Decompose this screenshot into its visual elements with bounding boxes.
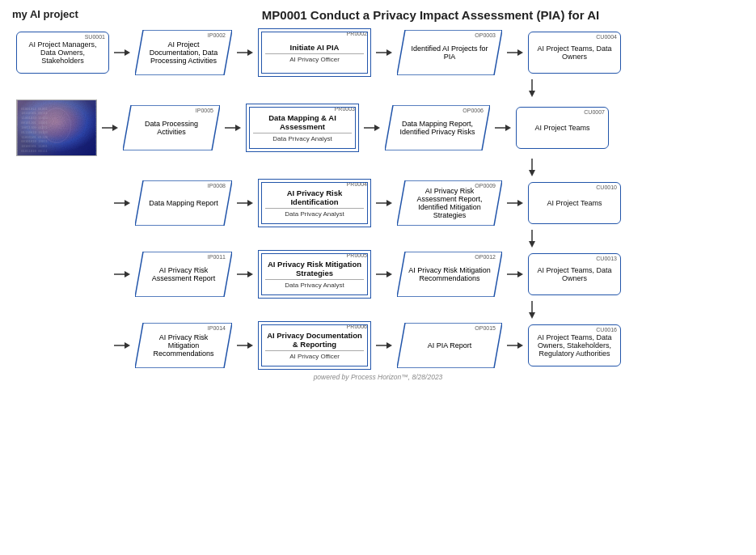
- op-id: OP0015: [475, 325, 496, 331]
- row-wrapper-0: SU0001 AI Project Managers, Data Owners,…: [16, 28, 740, 100]
- arrow-right: [376, 269, 392, 280]
- pr-box: PR0004 AI Privacy Risk Identification Da…: [258, 179, 371, 227]
- ip-box: IP0008 Data Mapping Report: [135, 180, 232, 226]
- svg-marker-11: [529, 91, 535, 97]
- op-box: OP0009 AI Privacy Risk Assessment Report…: [397, 180, 502, 226]
- cu-box: CU0016 AI Project Teams, Data Owners, St…: [528, 324, 621, 366]
- row-wrapper-3: IP0011 AI Privacy Risk Assessment Report…: [16, 250, 740, 321]
- arrow-right: [114, 197, 130, 209]
- svg-marker-28: [235, 125, 241, 131]
- pr-box: PR0003 Data Mapping & AI Assessment Data…: [246, 104, 359, 152]
- cu-box: CU0004 AI Project Teams, Data Owners: [528, 32, 621, 74]
- cu-id: CU0010: [596, 184, 617, 190]
- pr-inner: AI Privacy Risk Mitigation Strategies Da…: [261, 253, 368, 295]
- svg-marker-40: [247, 200, 253, 206]
- pr-label: AI Privacy Documentation & Reporting: [265, 331, 364, 349]
- main-title: MP0001 Conduct a Privacy Impact Assessme…: [117, 8, 744, 22]
- svg-text:10100101 11001: 10100101 11001: [21, 144, 48, 148]
- process-row-2: IP0008 Data Mapping Report PR0004 AI Pri…: [16, 179, 740, 227]
- svg-text:10110101 00111: 10110101 00111: [21, 111, 48, 115]
- su-empty: [16, 324, 109, 366]
- pr-sub: Data Privacy Analyst: [253, 133, 352, 142]
- arrow-right: [225, 122, 241, 133]
- arrow-right: [507, 47, 523, 58]
- arrow-right: [114, 340, 130, 351]
- pr-label: AI Privacy Risk Mitigation Strategies: [265, 260, 364, 278]
- pr-inner: Data Mapping & AI Assessment Data Privac…: [249, 107, 356, 149]
- cu-id: CU0004: [596, 34, 617, 40]
- op-id: OP0009: [475, 183, 496, 189]
- cu-box: CU0010 AI Project Teams: [528, 182, 621, 224]
- svg-marker-42: [386, 200, 392, 206]
- cu-text: AI Project Teams, Data Owners: [533, 266, 616, 282]
- svg-marker-66: [386, 342, 392, 349]
- arrow-down: [16, 299, 740, 321]
- arrow-right: [237, 340, 253, 351]
- ip-box: IP0005 Data Processing Activities: [123, 105, 220, 150]
- svg-marker-45: [517, 200, 523, 206]
- svg-marker-69: [517, 342, 523, 349]
- pr-label: Initiate AI PIA: [290, 43, 340, 52]
- arrow-right: [507, 197, 523, 209]
- arrow-right: [507, 340, 523, 351]
- page: my AI project MP0001 Conduct a Privacy I…: [0, 0, 756, 389]
- ip-id: IP0005: [196, 108, 213, 113]
- arrow-right: [376, 340, 392, 351]
- arrow-right: [114, 269, 130, 280]
- arrow-right: [376, 197, 392, 209]
- pr-box: PR0005 AI Privacy Risk Mitigation Strate…: [258, 250, 371, 299]
- svg-marker-61: [125, 342, 130, 349]
- pr-sub: AI Privacy Officer: [265, 350, 364, 360]
- su-id: SU0001: [85, 34, 105, 40]
- cu-text: AI Project Teams, Data Owners, Stakehold…: [533, 333, 616, 358]
- arrow-right: [237, 197, 253, 209]
- header: my AI project MP0001 Conduct a Privacy I…: [12, 8, 744, 22]
- svg-text:10011100 01011: 10011100 01011: [21, 125, 48, 129]
- ai-image: 01001011 01001 10110101 00111 11001010 1…: [16, 100, 97, 156]
- ip-box: IP0011 AI Privacy Risk Assessment Report: [135, 252, 232, 297]
- svg-text:11001010 11010: 11001010 11010: [21, 116, 48, 120]
- pr-box: PR0006 AI Privacy Documentation & Report…: [258, 321, 371, 370]
- su-box: SU0001 AI Project Managers, Data Owners,…: [16, 32, 109, 74]
- arrow-right: [102, 122, 118, 133]
- svg-text:00101010 10011: 00101010 10011: [21, 139, 48, 143]
- cu-id: CU0007: [584, 109, 605, 115]
- ip-id: IP0008: [208, 183, 226, 189]
- op-box: OP0006 Data Mapping Report, Identified P…: [385, 105, 490, 150]
- cu-box: CU0013 AI Project Teams, Data Owners: [528, 253, 621, 295]
- op-box: OP0003 Identified AI Projects for PIA: [397, 30, 502, 75]
- arrow-down: [16, 77, 740, 100]
- process-row-0: SU0001 AI Project Managers, Data Owners,…: [16, 28, 740, 77]
- svg-text:01011010 00111: 01011010 00111: [21, 149, 48, 153]
- ip-id: IP0011: [208, 254, 226, 260]
- svg-marker-37: [125, 200, 130, 206]
- row-wrapper-1: 01001011 01001 10110101 00111 11001010 1…: [16, 100, 740, 179]
- process-row-3: IP0011 AI Privacy Risk Assessment Report…: [16, 250, 740, 299]
- op-id: OP0006: [462, 108, 484, 113]
- footer: powered by Process Horizon™, 8/28/2023: [12, 373, 744, 381]
- process-row-1: 01001011 01001 10110101 00111 11001010 1…: [16, 100, 740, 156]
- arrow-right: [364, 122, 380, 133]
- svg-marker-49: [125, 271, 130, 278]
- svg-text:11010101 01110: 11010101 01110: [21, 135, 48, 139]
- su-empty: [16, 253, 109, 295]
- svg-marker-25: [112, 125, 118, 131]
- cu-text: AI Project Teams, Data Owners: [533, 44, 616, 61]
- svg-marker-57: [517, 271, 523, 278]
- svg-marker-54: [386, 271, 392, 278]
- pr-box: PR0002 Initiate AI PIA AI Privacy Office…: [258, 28, 371, 77]
- pr-label: AI Privacy Risk Identification: [265, 189, 364, 206]
- arrow-down: [16, 227, 740, 250]
- cu-text: AI Project Teams: [535, 124, 590, 132]
- pr-label: Data Mapping & AI Assessment: [253, 113, 352, 131]
- project-title: my AI project: [12, 8, 117, 20]
- svg-text:01001011 01001: 01001011 01001: [21, 107, 48, 111]
- ip-id: IP0002: [208, 32, 226, 38]
- svg-marker-6: [386, 49, 392, 56]
- op-box: OP0015 AI PIA Report: [397, 323, 502, 368]
- svg-marker-1: [125, 49, 130, 56]
- diagram: SU0001 AI Project Managers, Data Owners,…: [12, 28, 744, 370]
- svg-marker-47: [529, 241, 535, 248]
- pr-inner: AI Privacy Documentation & Reporting AI …: [261, 324, 368, 366]
- pr-inner: AI Privacy Risk Identification Data Priv…: [261, 182, 368, 224]
